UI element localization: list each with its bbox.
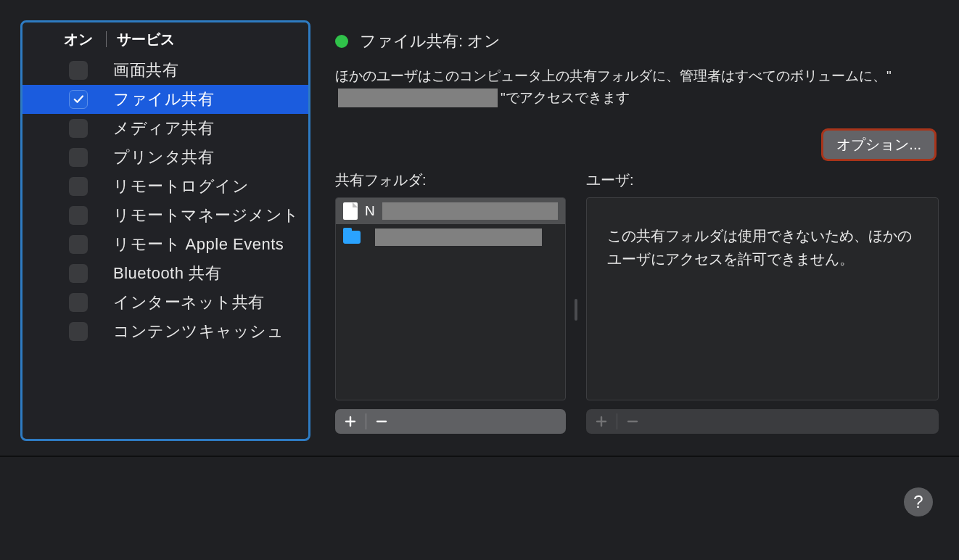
service-label: ファイル共有	[88, 88, 214, 110]
main-panel: ファイル共有: オン ほかのユーザはこのコンピュータ上の共有フォルダに、管理者は…	[335, 20, 939, 456]
desc-quote-close: "	[501, 87, 506, 109]
remove-folder-button[interactable]	[366, 409, 397, 434]
minus-icon	[376, 416, 387, 427]
service-row-media-sharing[interactable]: メディア共有	[22, 114, 308, 143]
shared-folders-title: 共有フォルダ:	[335, 170, 566, 190]
folder-text-prefix: N	[365, 203, 375, 219]
service-label: リモートログイン	[88, 176, 249, 197]
folder-icon	[343, 231, 361, 244]
description-text: ほかのユーザはこのコンピュータ上の共有フォルダに、管理者はすべてのボリュームに、…	[335, 65, 915, 109]
service-row-remote-login[interactable]: リモートログイン	[22, 172, 308, 201]
folder-name-redacted	[382, 202, 558, 220]
header-service: サービス	[107, 30, 175, 49]
service-row-remote-management[interactable]: リモートマネージメント	[22, 201, 308, 230]
service-checkbox[interactable]	[69, 148, 88, 167]
options-button[interactable]: オプション...	[823, 131, 934, 159]
service-checkbox[interactable]	[69, 177, 88, 196]
service-row-bluetooth-sharing[interactable]: Bluetooth 共有	[22, 259, 308, 288]
shared-folders-list[interactable]: N	[335, 197, 566, 400]
service-label: メディア共有	[88, 118, 214, 139]
service-label: 画面共有	[88, 59, 178, 81]
service-checkbox[interactable]	[69, 264, 88, 283]
users-column: ユーザ: この共有フォルダは使用できないため、ほかのユーザにアクセスを許可できま…	[586, 170, 939, 434]
service-label: プリンタ共有	[88, 147, 214, 168]
sidebar-header: オン サービス	[22, 22, 308, 56]
status-line: ファイル共有: オン	[335, 30, 939, 52]
service-checkbox[interactable]	[69, 90, 88, 109]
service-checkbox[interactable]	[69, 206, 88, 225]
add-folder-button[interactable]	[335, 409, 366, 434]
desc-part1: ほかのユーザはこのコンピュータ上の共有フォルダに、管理者はすべてのボリュームに、	[335, 65, 886, 87]
service-row-remote-apple-events[interactable]: リモート Apple Events	[22, 230, 308, 259]
folder-row[interactable]	[336, 224, 565, 250]
service-label: Bluetooth 共有	[88, 263, 221, 284]
services-sidebar: オン サービス 画面共有 ファイル共有 メディア共有	[20, 20, 310, 441]
address-redacted	[338, 88, 498, 107]
folder-name-redacted	[375, 228, 542, 246]
document-icon	[343, 202, 358, 220]
service-checkbox[interactable]	[69, 119, 88, 138]
service-list: 画面共有 ファイル共有 メディア共有 プリンタ共有 リモートログイン	[22, 56, 308, 346]
service-row-screen-sharing[interactable]: 画面共有	[22, 56, 308, 85]
service-checkbox[interactable]	[69, 61, 88, 80]
help-button[interactable]: ?	[904, 487, 933, 516]
status-title: ファイル共有: オン	[360, 30, 501, 52]
desc-quote-open: "	[886, 65, 892, 87]
folder-row[interactable]: N	[336, 198, 565, 224]
shared-folders-column: 共有フォルダ: N	[335, 170, 566, 434]
status-dot-icon	[335, 35, 348, 48]
service-label: コンテンツキャッシュ	[88, 321, 284, 342]
service-row-printer-sharing[interactable]: プリンタ共有	[22, 143, 308, 172]
service-checkbox[interactable]	[69, 293, 88, 312]
service-checkbox[interactable]	[69, 322, 88, 341]
service-label: リモートマネージメント	[88, 205, 300, 226]
plus-icon	[345, 416, 356, 427]
users-add-remove	[586, 409, 939, 434]
users-unavailable-message: この共有フォルダは使用できないため、ほかのユーザにアクセスを許可できません。	[587, 198, 938, 297]
desc-part2: でアクセスできます	[506, 87, 630, 109]
column-resize-handle[interactable]	[575, 299, 577, 321]
service-label: インターネット共有	[88, 292, 265, 313]
footer: ?	[0, 457, 959, 559]
minus-icon	[627, 416, 638, 427]
users-list: この共有フォルダは使用できないため、ほかのユーザにアクセスを許可できません。	[586, 197, 939, 400]
check-icon	[72, 93, 85, 106]
add-user-button	[586, 409, 617, 434]
service-row-content-cache[interactable]: コンテンツキャッシュ	[22, 317, 308, 346]
service-label: リモート Apple Events	[88, 234, 284, 255]
service-checkbox[interactable]	[69, 235, 88, 254]
service-row-file-sharing[interactable]: ファイル共有	[22, 85, 308, 114]
plus-icon	[596, 416, 607, 427]
remove-user-button	[617, 409, 648, 434]
users-title: ユーザ:	[586, 170, 939, 190]
service-row-internet-sharing[interactable]: インターネット共有	[22, 288, 308, 317]
folders-add-remove	[335, 409, 566, 434]
header-on: オン	[22, 30, 106, 49]
